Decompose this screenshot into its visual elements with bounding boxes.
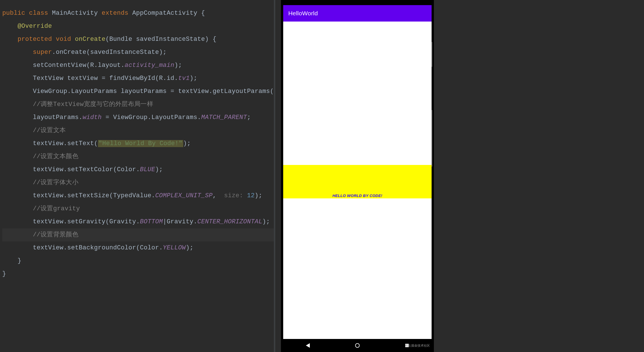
nav-back-icon[interactable]	[302, 343, 314, 348]
code-line: public class MainActivity extends AppCom…	[2, 7, 274, 20]
content-bottom	[283, 198, 432, 339]
textview-text: HELLO WORLD BY CODE!	[332, 194, 382, 198]
code-line-current: //设置背景颜色	[2, 228, 274, 241]
code-line: layoutParams.width = ViewGroup.LayoutPar…	[2, 111, 274, 124]
code-line: textView.setText("Hello World By Code!")…	[2, 137, 274, 150]
code-line: //设置文本颜色	[2, 150, 274, 163]
code-line: //设置字体大小	[2, 176, 274, 189]
content-top	[283, 22, 432, 165]
app-content: HELLO WORLD BY CODE!	[283, 22, 432, 339]
status-bar	[283, 2, 432, 5]
editor-scrollbar[interactable]	[274, 0, 275, 352]
code-line: //设置gravity	[2, 202, 274, 215]
watermark: 稀土掘金技术社区	[405, 343, 430, 348]
code-line: super.onCreate(savedInstanceState);	[2, 46, 274, 59]
code-line: setContentView(R.layout.activity_main);	[2, 59, 274, 72]
app-bar: HelloWorld	[283, 5, 432, 22]
nav-home-icon[interactable]	[352, 343, 363, 348]
code-line: //设置文本	[2, 124, 274, 137]
textview: HELLO WORLD BY CODE!	[283, 165, 432, 198]
volume-button[interactable]	[432, 110, 432, 167]
nav-bar: 稀土掘金技术社区	[283, 339, 432, 352]
code-line: }	[2, 268, 274, 281]
code-line: ViewGroup.LayoutParams layoutParams = te…	[2, 85, 274, 98]
code-line: //调整TextView宽度与它的外层布局一样	[2, 98, 274, 111]
code-line: }	[2, 255, 274, 268]
power-button[interactable]	[432, 42, 432, 67]
code-line: textView.setTextColor(Color.BLUE);	[2, 163, 274, 176]
code-line: textView.setBackgroundColor(Color.YELLOW…	[2, 241, 274, 255]
code-line: TextView textView = findViewById(R.id.tv…	[2, 72, 274, 85]
app-title: HelloWorld	[288, 10, 318, 17]
code-line: textView.setGravity(Gravity.BOTTOM|Gravi…	[2, 215, 274, 228]
code-line: textView.setTextSize(TypedValue.COMPLEX_…	[2, 189, 274, 202]
code-editor[interactable]: public class MainActivity extends AppCom…	[0, 0, 275, 352]
android-emulator: HelloWorld HELLO WORLD BY CODE! 稀土掘金技术社区	[281, 0, 434, 352]
code-line: protected void onCreate(Bundle savedInst…	[2, 33, 274, 46]
code-line: @Override	[2, 20, 274, 33]
